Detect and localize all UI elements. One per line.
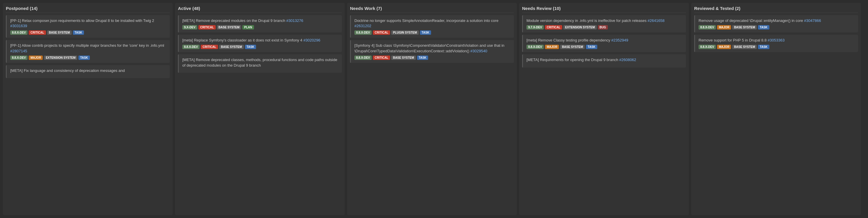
tag-version: 9.X-DEV bbox=[182, 25, 197, 30]
card-link[interactable]: #2641658 bbox=[648, 19, 664, 23]
card-title: [META] Remove deprecated modules on the … bbox=[182, 18, 338, 23]
card-title: [meta] Remove Classy testing profile dep… bbox=[526, 38, 682, 43]
tag-critical: CRITICAL bbox=[198, 25, 216, 30]
card-link[interactable]: #2807145 bbox=[10, 49, 27, 53]
tag-base: BASE SYSTEM bbox=[219, 45, 244, 49]
tag-base: BASE SYSTEM bbox=[391, 56, 416, 60]
card-tags: 9.X-DEVCRITICALBASE SYSTEMPLAN bbox=[182, 25, 338, 30]
tag-plugin: PLUGIN SYSTEM bbox=[391, 30, 419, 35]
column-reviewed-tested: Reviewed & Tested (2)Remove usage of dep… bbox=[691, 3, 861, 215]
card-tags: 8.8.X-DEVMAJORBASE SYSTEMTASK bbox=[526, 45, 682, 49]
tag-version: 9.7.X-DEV bbox=[526, 25, 544, 30]
column-active: Active (48)[META] Remove deprecated modu… bbox=[175, 3, 345, 215]
card[interactable]: [meta] Remove Classy testing profile dep… bbox=[522, 35, 686, 52]
tag-task: TASK bbox=[417, 56, 428, 60]
card[interactable]: [PP-1] Relax composer.json requirements … bbox=[6, 15, 170, 38]
card-tags: 8.8.X-DEVMAJORBASE SYSTEMTASK bbox=[699, 45, 855, 49]
tag-version: 8.8.X-DEV bbox=[10, 30, 28, 35]
tag-base: BASE SYSTEM bbox=[217, 25, 242, 30]
card-tags: 8.8.X-DEVMAJOREXTENSION SYSTEMTASK bbox=[10, 56, 166, 60]
column-header-postponed: Postponed (14) bbox=[6, 6, 170, 13]
tag-task: TASK bbox=[586, 45, 597, 49]
tag-version: 8.8.X-DEV bbox=[526, 45, 544, 49]
card[interactable]: Module version dependency in .info.yml i… bbox=[522, 15, 686, 32]
tag-task: TASK bbox=[420, 30, 431, 35]
tag-base: BASE SYSTEM bbox=[47, 30, 72, 35]
tag-base: BASE SYSTEM bbox=[732, 45, 757, 49]
column-header-needs-review: Needs Review (10) bbox=[522, 6, 686, 13]
tag-major: MAJOR bbox=[29, 56, 43, 60]
card-title: [Symfony 4] Sub class \Symfony\Component… bbox=[354, 43, 510, 53]
tag-critical: CRITICAL bbox=[545, 25, 562, 30]
card-title: [META] Requirements for opening the Drup… bbox=[526, 57, 682, 63]
card-title: [META] Remove deprecated classes, method… bbox=[182, 57, 338, 68]
tag-base: BASE SYSTEM bbox=[560, 45, 585, 49]
card[interactable]: [META] Requirements for opening the Drup… bbox=[522, 54, 686, 67]
card-title: Remove usage of deprecated \Drupal::enti… bbox=[699, 18, 855, 23]
card-title: Remove support for PHP 5 in Drupal 8.8 #… bbox=[699, 38, 855, 43]
card-tags: 8.8.X-DEVMAJORBASE SYSTEMTASK bbox=[699, 25, 855, 30]
card-link[interactable]: #3031639 bbox=[10, 24, 27, 28]
column-needs-work: Needs Work (7)Doctrine no longer support… bbox=[347, 3, 517, 215]
tag-version: 8.8.X-DEV bbox=[699, 25, 716, 30]
tag-critical: CRITICAL bbox=[373, 30, 390, 35]
card-tags: 8.8.X-DEVCRITICALBASE SYSTEMTASK bbox=[182, 45, 338, 49]
tag-version: 8.8.X-DEV bbox=[10, 56, 28, 60]
card[interactable]: [META] Remove deprecated modules on the … bbox=[178, 15, 342, 32]
kanban-board: Postponed (14)[PP-1] Relax composer.json… bbox=[0, 0, 868, 218]
card-title: [PP-1] Allow contrib projects to specify… bbox=[10, 43, 166, 53]
card-link[interactable]: #3020296 bbox=[304, 38, 320, 42]
card-title: Doctrine no longer supports SimpleAnnota… bbox=[354, 18, 510, 29]
card-title: [PP-1] Relax composer.json requirements … bbox=[10, 18, 166, 29]
tag-ext: EXTENSION SYSTEM bbox=[44, 56, 77, 60]
card[interactable]: [META] Fix language and consistency of d… bbox=[6, 65, 170, 78]
column-header-needs-work: Needs Work (7) bbox=[350, 6, 514, 13]
tag-major: MAJOR bbox=[717, 45, 731, 49]
card-link[interactable]: #3053363 bbox=[768, 38, 784, 42]
tag-major: MAJOR bbox=[717, 25, 731, 30]
tag-version: 8.8.X-DEV bbox=[354, 56, 372, 60]
card[interactable]: Remove support for PHP 5 in Drupal 8.8 #… bbox=[694, 35, 858, 52]
tag-base: BASE SYSTEM bbox=[732, 25, 757, 30]
card[interactable]: [meta] Replace Symfony's classloader as … bbox=[178, 35, 342, 52]
card-link[interactable]: #3013276 bbox=[286, 19, 303, 23]
card[interactable]: Remove usage of deprecated \Drupal::enti… bbox=[694, 15, 858, 32]
card-link[interactable]: #3029540 bbox=[470, 49, 487, 53]
tag-task: TASK bbox=[73, 30, 84, 35]
card-link[interactable]: #2608062 bbox=[619, 58, 636, 62]
card-link[interactable]: #2631202 bbox=[354, 24, 371, 28]
tag-critical: CRITICAL bbox=[201, 45, 218, 49]
card-title: [meta] Replace Symfony's classloader as … bbox=[182, 38, 338, 43]
tag-version: 8.8.X-DEV bbox=[182, 45, 199, 49]
card[interactable]: [PP-1] Allow contrib projects to specify… bbox=[6, 40, 170, 63]
card-link[interactable]: #3047866 bbox=[804, 19, 821, 23]
card-title: [META] Fix language and consistency of d… bbox=[10, 68, 166, 73]
column-postponed: Postponed (14)[PP-1] Relax composer.json… bbox=[3, 3, 173, 215]
card-link[interactable]: #2352949 bbox=[611, 38, 628, 42]
tag-task: TASK bbox=[758, 25, 769, 30]
card[interactable]: [META] Remove deprecated classes, method… bbox=[178, 54, 342, 72]
tag-version: 8.8.X-DEV bbox=[699, 45, 716, 49]
card-tags: 9.7.X-DEVCRITICALEXTENSION SYSTEMBUG bbox=[526, 25, 682, 30]
card[interactable]: [Symfony 4] Sub class \Symfony\Component… bbox=[350, 40, 514, 63]
tag-major: MAJOR bbox=[545, 45, 559, 49]
card-tags: 8.8.X-DEVCRITICALPLUGIN SYSTEMTASK bbox=[354, 30, 510, 35]
tag-version: 8.8.X-DEV bbox=[354, 30, 372, 35]
column-header-reviewed-tested: Reviewed & Tested (2) bbox=[694, 6, 858, 13]
tag-task: TASK bbox=[758, 45, 769, 49]
tag-critical: CRITICAL bbox=[29, 30, 46, 35]
card-tags: 8.8.X-DEVCRITICALBASE SYSTEMTASK bbox=[354, 56, 510, 60]
card-tags: 8.8.X-DEVCRITICALBASE SYSTEMTASK bbox=[10, 30, 166, 35]
tag-task: TASK bbox=[79, 56, 90, 60]
card-title: Module version dependency in .info.yml i… bbox=[526, 18, 682, 23]
card[interactable]: Doctrine no longer supports SimpleAnnota… bbox=[350, 15, 514, 38]
column-needs-review: Needs Review (10)Module version dependen… bbox=[519, 3, 689, 215]
tag-task: TASK bbox=[245, 45, 256, 49]
tag-plan: PLAN bbox=[242, 25, 254, 30]
tag-ext: EXTENSION SYSTEM bbox=[563, 25, 597, 30]
column-header-active: Active (48) bbox=[178, 6, 342, 13]
tag-critical: CRITICAL bbox=[373, 56, 390, 60]
tag-bug: BUG bbox=[598, 25, 608, 30]
